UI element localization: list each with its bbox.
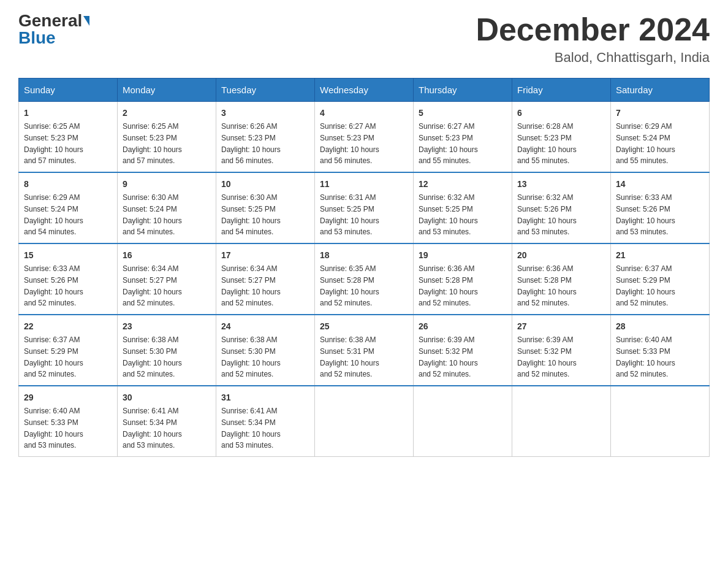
day-number: 25 [320, 320, 408, 333]
day-info: Sunrise: 6:29 AMSunset: 5:24 PMDaylight:… [24, 193, 83, 236]
calendar-cell: 28Sunrise: 6:40 AMSunset: 5:33 PMDayligh… [611, 315, 710, 386]
day-number: 22 [24, 320, 112, 333]
calendar-cell: 23Sunrise: 6:38 AMSunset: 5:30 PMDayligh… [118, 315, 216, 386]
calendar-cell: 11Sunrise: 6:31 AMSunset: 5:25 PMDayligh… [315, 172, 414, 243]
day-info: Sunrise: 6:28 AMSunset: 5:23 PMDaylight:… [517, 122, 577, 165]
day-info: Sunrise: 6:25 AMSunset: 5:23 PMDaylight:… [123, 122, 182, 165]
calendar-cell [512, 386, 611, 457]
day-number: 7 [616, 107, 704, 120]
day-number: 18 [320, 249, 408, 262]
day-number: 6 [517, 107, 605, 120]
calendar-cell: 16Sunrise: 6:34 AMSunset: 5:27 PMDayligh… [118, 243, 216, 315]
title-section: December 2024 Balod, Chhattisgarh, India [476, 12, 710, 66]
day-info: Sunrise: 6:35 AMSunset: 5:28 PMDaylight:… [320, 264, 379, 307]
month-title: December 2024 [476, 12, 710, 47]
calendar-cell: 26Sunrise: 6:39 AMSunset: 5:32 PMDayligh… [414, 315, 512, 386]
day-info: Sunrise: 6:25 AMSunset: 5:23 PMDaylight:… [24, 122, 83, 165]
day-info: Sunrise: 6:31 AMSunset: 5:25 PMDaylight:… [320, 193, 379, 236]
calendar-cell: 29Sunrise: 6:40 AMSunset: 5:33 PMDayligh… [19, 386, 118, 457]
day-info: Sunrise: 6:30 AMSunset: 5:25 PMDaylight:… [221, 193, 281, 236]
day-number: 21 [616, 249, 704, 262]
calendar-cell: 13Sunrise: 6:32 AMSunset: 5:26 PMDayligh… [512, 172, 611, 243]
day-info: Sunrise: 6:29 AMSunset: 5:24 PMDaylight:… [616, 122, 675, 165]
day-number: 27 [517, 320, 605, 333]
header-saturday: Saturday [611, 79, 710, 102]
day-info: Sunrise: 6:30 AMSunset: 5:24 PMDaylight:… [123, 193, 182, 236]
calendar-header-row: SundayMondayTuesdayWednesdayThursdayFrid… [19, 79, 710, 102]
calendar-cell: 1Sunrise: 6:25 AMSunset: 5:23 PMDaylight… [19, 102, 118, 173]
calendar-week-1: 1Sunrise: 6:25 AMSunset: 5:23 PMDaylight… [19, 102, 710, 173]
calendar-cell: 24Sunrise: 6:38 AMSunset: 5:30 PMDayligh… [216, 315, 315, 386]
day-info: Sunrise: 6:37 AMSunset: 5:29 PMDaylight:… [616, 264, 675, 307]
header-tuesday: Tuesday [216, 79, 315, 102]
day-number: 16 [123, 249, 211, 262]
day-number: 9 [123, 178, 211, 191]
calendar-cell: 22Sunrise: 6:37 AMSunset: 5:29 PMDayligh… [19, 315, 118, 386]
day-info: Sunrise: 6:34 AMSunset: 5:27 PMDaylight:… [221, 264, 281, 307]
day-number: 8 [24, 178, 112, 191]
day-info: Sunrise: 6:32 AMSunset: 5:26 PMDaylight:… [517, 193, 577, 236]
calendar-week-4: 22Sunrise: 6:37 AMSunset: 5:29 PMDayligh… [19, 315, 710, 386]
calendar-cell: 5Sunrise: 6:27 AMSunset: 5:23 PMDaylight… [414, 102, 512, 173]
day-info: Sunrise: 6:38 AMSunset: 5:30 PMDaylight:… [123, 335, 182, 378]
day-info: Sunrise: 6:41 AMSunset: 5:34 PMDaylight:… [123, 407, 182, 450]
calendar-week-2: 8Sunrise: 6:29 AMSunset: 5:24 PMDaylight… [19, 172, 710, 243]
logo-general: General [18, 12, 82, 29]
day-number: 10 [221, 178, 309, 191]
logo: General Blue [18, 12, 89, 47]
header-thursday: Thursday [414, 79, 512, 102]
day-info: Sunrise: 6:40 AMSunset: 5:33 PMDaylight:… [616, 335, 675, 378]
header-sunday: Sunday [19, 79, 118, 102]
day-number: 30 [123, 391, 211, 404]
day-info: Sunrise: 6:26 AMSunset: 5:23 PMDaylight:… [221, 122, 281, 165]
day-number: 15 [24, 249, 112, 262]
day-number: 13 [517, 178, 605, 191]
calendar-cell: 14Sunrise: 6:33 AMSunset: 5:26 PMDayligh… [611, 172, 710, 243]
header-wednesday: Wednesday [315, 79, 414, 102]
day-info: Sunrise: 6:38 AMSunset: 5:31 PMDaylight:… [320, 335, 379, 378]
calendar-cell: 31Sunrise: 6:41 AMSunset: 5:34 PMDayligh… [216, 386, 315, 457]
calendar-cell: 2Sunrise: 6:25 AMSunset: 5:23 PMDaylight… [118, 102, 216, 173]
day-number: 5 [419, 107, 507, 120]
calendar-cell: 30Sunrise: 6:41 AMSunset: 5:34 PMDayligh… [118, 386, 216, 457]
day-number: 28 [616, 320, 704, 333]
day-number: 3 [221, 107, 309, 120]
day-number: 11 [320, 178, 408, 191]
logo-triangle-icon [83, 16, 89, 26]
day-info: Sunrise: 6:37 AMSunset: 5:29 PMDaylight:… [24, 335, 83, 378]
logo-blue: Blue [18, 29, 56, 47]
day-info: Sunrise: 6:33 AMSunset: 5:26 PMDaylight:… [24, 264, 83, 307]
day-number: 12 [419, 178, 507, 191]
calendar-cell [414, 386, 512, 457]
location-subtitle: Balod, Chhattisgarh, India [476, 50, 710, 66]
header-friday: Friday [512, 79, 611, 102]
day-info: Sunrise: 6:41 AMSunset: 5:34 PMDaylight:… [221, 407, 281, 450]
day-info: Sunrise: 6:36 AMSunset: 5:28 PMDaylight:… [517, 264, 577, 307]
day-number: 2 [123, 107, 211, 120]
day-number: 23 [123, 320, 211, 333]
day-number: 19 [419, 249, 507, 262]
page-header: General Blue December 2024 Balod, Chhatt… [18, 12, 710, 66]
day-number: 1 [24, 107, 112, 120]
day-number: 31 [221, 391, 309, 404]
day-info: Sunrise: 6:39 AMSunset: 5:32 PMDaylight:… [419, 335, 478, 378]
day-info: Sunrise: 6:27 AMSunset: 5:23 PMDaylight:… [419, 122, 478, 165]
day-number: 17 [221, 249, 309, 262]
calendar-cell: 9Sunrise: 6:30 AMSunset: 5:24 PMDaylight… [118, 172, 216, 243]
day-info: Sunrise: 6:34 AMSunset: 5:27 PMDaylight:… [123, 264, 182, 307]
day-number: 24 [221, 320, 309, 333]
calendar-cell: 18Sunrise: 6:35 AMSunset: 5:28 PMDayligh… [315, 243, 414, 315]
calendar-cell: 21Sunrise: 6:37 AMSunset: 5:29 PMDayligh… [611, 243, 710, 315]
day-number: 14 [616, 178, 704, 191]
calendar-week-3: 15Sunrise: 6:33 AMSunset: 5:26 PMDayligh… [19, 243, 710, 315]
day-number: 29 [24, 391, 112, 404]
calendar-cell: 8Sunrise: 6:29 AMSunset: 5:24 PMDaylight… [19, 172, 118, 243]
calendar-cell: 27Sunrise: 6:39 AMSunset: 5:32 PMDayligh… [512, 315, 611, 386]
day-info: Sunrise: 6:38 AMSunset: 5:30 PMDaylight:… [221, 335, 281, 378]
calendar-cell: 19Sunrise: 6:36 AMSunset: 5:28 PMDayligh… [414, 243, 512, 315]
calendar-cell: 25Sunrise: 6:38 AMSunset: 5:31 PMDayligh… [315, 315, 414, 386]
calendar-cell: 7Sunrise: 6:29 AMSunset: 5:24 PMDaylight… [611, 102, 710, 173]
day-info: Sunrise: 6:40 AMSunset: 5:33 PMDaylight:… [24, 407, 83, 450]
calendar-cell: 12Sunrise: 6:32 AMSunset: 5:25 PMDayligh… [414, 172, 512, 243]
day-info: Sunrise: 6:33 AMSunset: 5:26 PMDaylight:… [616, 193, 675, 236]
